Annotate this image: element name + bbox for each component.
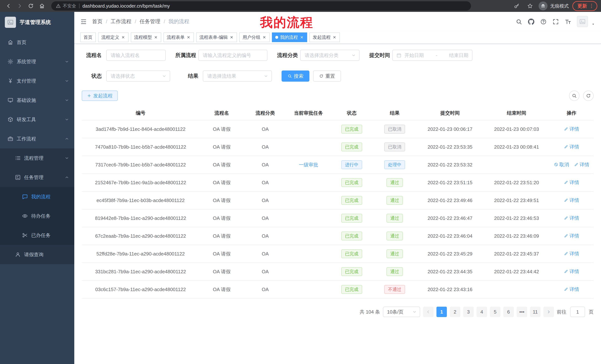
browser-home-icon[interactable]	[37, 1, 47, 11]
current-task-link[interactable]: 一级审批	[299, 162, 318, 168]
page-number-button[interactable]: 6	[503, 307, 514, 317]
tab-close-icon[interactable]	[230, 35, 234, 39]
breadcrumb-item[interactable]: 首页	[92, 18, 111, 25]
tab-close-icon[interactable]	[121, 35, 125, 39]
more-vert-icon[interactable]	[589, 3, 594, 9]
tab-close-icon[interactable]	[262, 35, 266, 39]
submit-time-range[interactable]: 开始日期 - 结束日期	[392, 50, 472, 61]
category-select[interactable]: 请选择流程分类	[300, 50, 360, 61]
tab[interactable]: 我的流程	[272, 32, 307, 42]
tab[interactable]: 流程表单-编辑	[196, 32, 237, 42]
tab[interactable]: 流程定义	[98, 32, 129, 42]
page-number-button[interactable]: 5	[490, 307, 500, 317]
incognito-profile-chip[interactable]: 无痕模式	[539, 1, 569, 10]
breadcrumb-item[interactable]: 我的流程	[169, 18, 189, 25]
sidebar-item-infrastructure[interactable]: 基础设施	[0, 91, 74, 110]
address-bar[interactable]: 不安全 dashboard.yudao.iocoder.cn/bpm/task/…	[51, 1, 471, 10]
reset-button[interactable]: 重置	[313, 70, 341, 82]
browser-reload-icon[interactable]	[26, 1, 36, 11]
browser-update-button[interactable]: 更新	[572, 1, 597, 11]
detail-link[interactable]: 详情	[564, 179, 579, 186]
avatar[interactable]	[577, 16, 588, 27]
sidebar-item-process-management[interactable]: 流程管理	[0, 148, 74, 168]
page-number-button[interactable]: 3	[463, 307, 474, 317]
cell-submit-time: 2022-01-22 23:43:16	[416, 280, 483, 298]
sidebar-item-todo-tasks[interactable]: 待办任务	[0, 206, 74, 226]
tab-label: 发起流程	[313, 34, 331, 40]
process-def-input[interactable]	[198, 50, 267, 61]
date-separator: -	[427, 52, 446, 58]
sidebar-fold-icon[interactable]	[80, 18, 87, 25]
fullscreen-icon[interactable]	[552, 18, 559, 25]
page-number-button[interactable]: 2	[450, 307, 460, 317]
bookmark-star-icon[interactable]	[525, 1, 535, 11]
security-indicator[interactable]: 不安全	[56, 3, 76, 9]
process-name-input[interactable]	[106, 50, 166, 61]
result-select[interactable]: 请选择流结果	[203, 70, 272, 82]
status-tag: 已完成	[341, 285, 362, 294]
search-button[interactable]: 搜索	[281, 70, 310, 82]
sidebar: 芋道管理系统 首页 系统管理 支付管理 基础设施	[0, 12, 74, 364]
github-icon[interactable]	[528, 18, 534, 25]
sidebar-item-system[interactable]: 系统管理	[0, 52, 74, 71]
cell-actions: 详情	[550, 120, 594, 138]
tab-close-icon[interactable]	[186, 35, 190, 39]
page-number-button[interactable]: 1	[436, 307, 447, 317]
page-number-button[interactable]: 11	[530, 307, 541, 317]
caret-down-icon[interactable]	[591, 20, 595, 27]
goto-page-input[interactable]	[570, 307, 585, 317]
sidebar-item-leave-query[interactable]: 请假查询	[0, 245, 74, 264]
refresh-table-button[interactable]	[583, 91, 594, 101]
tab-label: 流程模型	[134, 34, 152, 40]
detail-link[interactable]: 详情	[564, 286, 579, 293]
browser-back-icon[interactable]	[4, 1, 13, 11]
sidebar-item-home[interactable]: 首页	[0, 33, 74, 52]
tab[interactable]: 用户分组	[239, 32, 270, 42]
column-header: 结束时间	[483, 106, 550, 120]
cell-result: 通过	[373, 192, 416, 209]
create-process-button[interactable]: 发起流程	[82, 91, 118, 101]
sidebar-item-workflow[interactable]: 工作流程	[0, 129, 74, 148]
detail-link[interactable]: 详情	[564, 233, 579, 239]
sidebar-item-devtools[interactable]: 研发工具	[0, 110, 74, 129]
next-page-button[interactable]	[543, 307, 554, 317]
detail-link[interactable]: 详情	[564, 268, 579, 275]
table-row: 52ffd28e-7b9a-11ec-a290-acde48001122 OA …	[82, 245, 594, 263]
tab-close-icon[interactable]	[154, 35, 158, 39]
question-icon[interactable]	[540, 18, 547, 25]
tab-close-icon[interactable]	[332, 35, 337, 39]
tab[interactable]: 首页	[80, 32, 96, 42]
tab[interactable]: 流程模型	[131, 32, 161, 42]
detail-link[interactable]: 详情	[564, 215, 579, 221]
toggle-search-button[interactable]	[569, 91, 580, 101]
status-tag: 已完成	[341, 214, 362, 223]
page-number-button[interactable]: •••	[517, 307, 527, 317]
tab[interactable]: 发起流程	[310, 32, 340, 42]
page-number-button[interactable]: 4	[477, 307, 487, 317]
browser-forward-icon[interactable]	[15, 1, 25, 11]
key-icon[interactable]	[512, 1, 521, 11]
breadcrumb: 首页工作流程任务管理我的流程	[92, 18, 189, 25]
tab[interactable]: 流程表单	[163, 32, 194, 42]
detail-link[interactable]: 详情	[564, 144, 579, 150]
sidebar-item-done-tasks[interactable]: 已办任务	[0, 226, 74, 245]
detail-link[interactable]: 详情	[564, 126, 579, 132]
status-select[interactable]: 请选择状态	[106, 70, 170, 82]
prev-page-button[interactable]	[423, 307, 433, 317]
breadcrumb-item[interactable]: 任务管理	[140, 18, 169, 25]
font-size-icon[interactable]	[565, 18, 571, 25]
sidebar-item-payment[interactable]: 支付管理	[0, 71, 74, 91]
cancel-link[interactable]: 取消	[554, 161, 569, 168]
cell-id: 52ffd28e-7b9a-11ec-a290-acde48001122	[82, 245, 200, 263]
breadcrumb-item[interactable]: 工作流程	[111, 18, 140, 25]
tab-close-icon[interactable]	[300, 35, 304, 39]
detail-link[interactable]: 详情	[564, 250, 579, 257]
page-size-select[interactable]: 10条/页	[383, 307, 420, 317]
detail-link[interactable]: 详情	[574, 161, 589, 168]
detail-link[interactable]: 详情	[564, 197, 579, 203]
app-logo[interactable]: 芋道管理系统	[0, 12, 74, 33]
sidebar-item-task-management[interactable]: 任务管理	[0, 168, 74, 187]
header-search-icon[interactable]	[516, 18, 522, 25]
chevron-down-icon	[65, 98, 69, 102]
sidebar-item-my-process[interactable]: 我的流程	[0, 187, 74, 206]
